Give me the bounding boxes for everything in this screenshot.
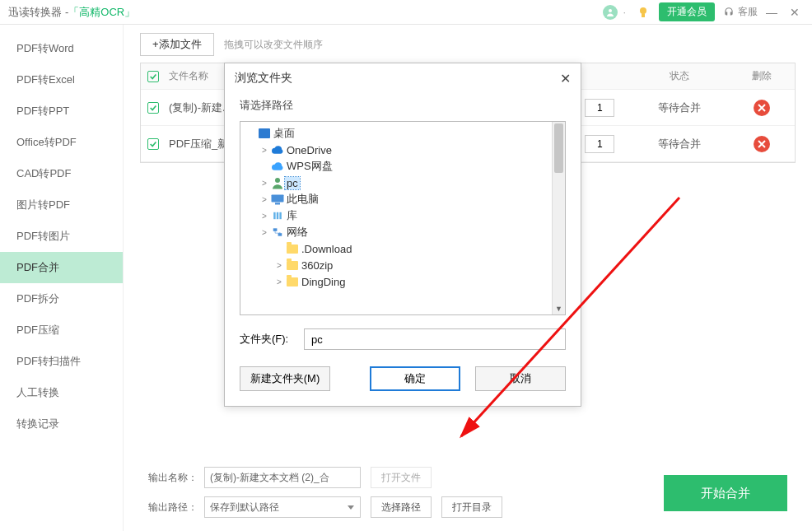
svg-rect-5: [275, 203, 280, 204]
dialog-ok-button[interactable]: 确定: [370, 366, 460, 391]
folder-field-label: 文件夹(F):: [240, 332, 304, 347]
folder-icon: [285, 277, 300, 286]
folder-name-input[interactable]: [304, 328, 566, 350]
tree-node-wps[interactable]: WPS网盘: [240, 158, 565, 175]
svg-rect-6: [273, 212, 275, 219]
browse-folder-dialog: 浏览文件夹 ✕ 请选择路径 桌面 > OneDrive: [224, 63, 581, 407]
tree-node-folder[interactable]: > DingDing: [240, 273, 565, 290]
user-icon: [270, 175, 285, 190]
tree-node-desktop[interactable]: 桌面: [240, 125, 565, 142]
desktop-icon: [257, 128, 272, 138]
library-icon: [270, 211, 285, 221]
folder-icon: [285, 245, 300, 254]
tree-node-folder[interactable]: > 360zip: [240, 257, 565, 273]
network-icon: [270, 227, 285, 237]
dialog-mask: 浏览文件夹 ✕ 请选择路径 桌面 > OneDrive: [0, 0, 812, 531]
cloud-icon: [270, 146, 285, 154]
tree-node-library[interactable]: > 库: [240, 207, 565, 224]
dialog-cancel-button[interactable]: 取消: [475, 366, 566, 391]
tree-node-folder[interactable]: .Download: [240, 240, 565, 257]
scroll-thumb[interactable]: [554, 123, 563, 173]
svg-rect-9: [273, 228, 278, 231]
tree-node-pc-user[interactable]: > pc: [240, 175, 565, 191]
tree-node-network[interactable]: > 网络: [240, 224, 565, 240]
svg-rect-4: [272, 194, 284, 202]
tree-node-thispc[interactable]: > 此电脑: [240, 191, 565, 207]
svg-rect-8: [279, 212, 281, 219]
tree-scrollbar[interactable]: ▲ ▼: [552, 122, 565, 314]
cloud-icon: [270, 162, 285, 170]
folder-icon: [285, 261, 300, 270]
svg-rect-10: [278, 233, 282, 236]
dialog-subtitle: 请选择路径: [225, 93, 581, 121]
svg-rect-7: [277, 212, 278, 219]
scroll-down-icon[interactable]: ▼: [553, 303, 565, 314]
new-folder-button[interactable]: 新建文件夹(M): [240, 366, 330, 391]
svg-point-3: [275, 178, 280, 183]
folder-tree[interactable]: 桌面 > OneDrive WPS网盘 > pc: [240, 121, 566, 315]
dialog-title: 浏览文件夹: [235, 71, 292, 86]
computer-icon: [270, 193, 285, 206]
dialog-close-button[interactable]: ✕: [560, 71, 571, 86]
tree-node-onedrive[interactable]: > OneDrive: [240, 142, 565, 158]
